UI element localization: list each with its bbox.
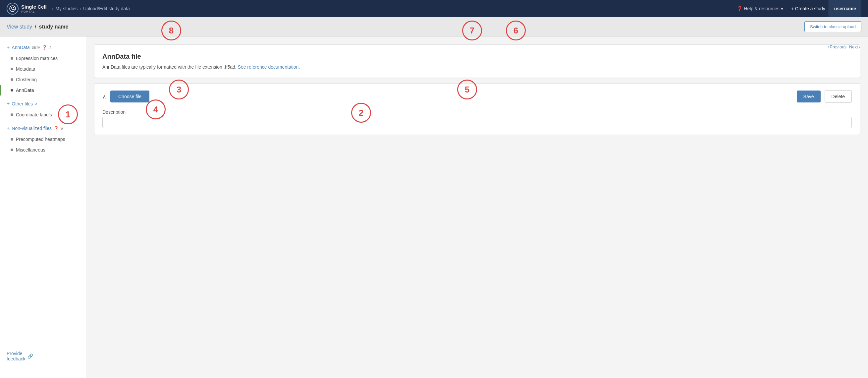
logo-title: Single Cell — [21, 4, 47, 10]
content-navigation: ‹ Previous Next › — [828, 45, 860, 50]
switch-classic-button[interactable]: Switch to classic upload — [804, 21, 861, 32]
choose-file-button[interactable]: Choose file — [110, 90, 149, 103]
nav-right: ❓ Help & resources ▾ + Create a study — [737, 6, 825, 11]
logo-subtitle: PORTAL — [21, 10, 47, 13]
next-button[interactable]: Next › — [849, 45, 860, 50]
reference-doc-link[interactable]: See reference documentation. — [238, 64, 300, 69]
logo[interactable]: Single Cell PORTAL — [7, 3, 47, 14]
description-label: Description — [102, 109, 852, 115]
provide-feedback-link[interactable]: Provide feedback 🔗 — [0, 346, 40, 367]
bullet-icon — [10, 68, 13, 70]
delete-button[interactable]: Delete — [825, 90, 852, 103]
sidebar-section-other-files[interactable]: + Other files ∧ — [0, 98, 86, 109]
anndata-info-card: AnnData file AnnData files are typically… — [94, 45, 860, 78]
bullet-icon — [10, 149, 13, 151]
sidebar-item-label: Miscellaneous — [16, 147, 45, 152]
svg-point-3 — [12, 9, 13, 10]
svg-point-4 — [13, 9, 14, 10]
username-display[interactable]: username — [829, 0, 861, 17]
bullet-icon — [10, 57, 13, 60]
study-name-label: study name — [39, 24, 69, 30]
sidebar-section-anndata[interactable]: + AnnData BETA ❓ ∧ — [0, 42, 86, 53]
feedback-label: Provide feedback — [7, 351, 26, 361]
breadcrumb: › My studies › Upload/Edit study data — [52, 6, 737, 11]
file-upload-section: ∧ Choose file Save Delete Description — [94, 83, 860, 135]
bullet-icon — [10, 113, 13, 116]
sidebar-item-label: AnnData — [16, 88, 34, 93]
sidebar-item-label: Precomputed heatmaps — [16, 137, 65, 142]
sidebar-item-precomputed-heatmaps[interactable]: Precomputed heatmaps — [0, 134, 86, 145]
content-area: ‹ Previous Next › AnnData file AnnData f… — [86, 36, 868, 378]
anndata-section-label: AnnData — [11, 45, 30, 50]
bullet-icon — [10, 138, 13, 141]
sidebar-item-metadata[interactable]: Metadata — [0, 64, 86, 74]
save-button[interactable]: Save — [797, 90, 820, 103]
link-icon: 🔗 — [28, 353, 33, 359]
help-icon: ❓ — [737, 6, 742, 11]
previous-button[interactable]: ‹ Previous — [828, 45, 846, 50]
sidebar-item-label: Metadata — [16, 66, 35, 71]
sidebar-item-miscellaneous[interactable]: Miscellaneous — [0, 145, 86, 155]
other-files-label: Other files — [11, 101, 33, 107]
card-title: AnnData file — [102, 53, 852, 60]
help-resources-button[interactable]: ❓ Help & resources ▾ — [737, 6, 783, 11]
svg-point-2 — [13, 7, 14, 8]
svg-point-0 — [10, 6, 16, 11]
sidebar-item-label: Clustering — [16, 77, 37, 82]
bullet-icon — [10, 78, 13, 81]
description-field-row: Description — [102, 109, 852, 128]
chevron-down-icon: ▾ — [781, 6, 783, 11]
sidebar-item-coordinate-labels[interactable]: Coordinate labels — [0, 109, 86, 120]
chevron-up-icon: ∧ — [35, 101, 38, 106]
plus-icon: + — [7, 45, 10, 50]
chevron-up-icon: ∧ — [61, 126, 64, 130]
main-layout: + AnnData BETA ❓ ∧ Expression matrices M… — [0, 36, 868, 378]
help-circle-icon: ❓ — [42, 45, 47, 50]
breadcrumb-study: View study / study name — [7, 24, 68, 30]
sidebar: + AnnData BETA ❓ ∧ Expression matrices M… — [0, 36, 86, 378]
plus-icon: + — [7, 101, 10, 107]
chevron-left-icon: ‹ — [828, 45, 829, 50]
beta-badge: BETA — [32, 46, 40, 50]
chevron-right-icon: › — [859, 45, 860, 50]
sidebar-item-expression-matrices[interactable]: Expression matrices — [0, 53, 86, 64]
logo-text-block: Single Cell PORTAL — [21, 4, 47, 13]
view-study-link[interactable]: View study — [7, 24, 32, 30]
logo-icon — [7, 3, 19, 14]
bullet-icon — [10, 89, 13, 91]
sidebar-item-clustering[interactable]: Clustering — [0, 74, 86, 85]
breadcrumb-my-studies[interactable]: My studies — [55, 6, 78, 11]
sub-header: View study / study name Switch to classi… — [0, 17, 868, 36]
file-upload-row: ∧ Choose file Save Delete — [102, 90, 852, 103]
breadcrumb-sep: / — [35, 24, 36, 30]
sidebar-item-anndata[interactable]: AnnData — [0, 85, 86, 95]
non-viz-label: Non-visualized files — [11, 126, 52, 131]
svg-point-1 — [10, 7, 12, 9]
card-description: AnnData files are typically formatted wi… — [102, 64, 852, 69]
help-circle-icon: ❓ — [54, 126, 59, 130]
sidebar-item-label: Coordinate labels — [16, 112, 52, 117]
top-navigation: Single Cell PORTAL › My studies › Upload… — [0, 0, 868, 17]
plus-icon: + — [7, 125, 10, 131]
sidebar-section-non-viz[interactable]: + Non-visualized files ❓ ∧ — [0, 123, 86, 134]
breadcrumb-upload[interactable]: Upload/Edit study data — [83, 6, 130, 11]
create-study-button[interactable]: + Create a study — [791, 6, 825, 11]
chevron-up-icon: ∧ — [49, 45, 52, 50]
description-input[interactable] — [102, 117, 852, 128]
sidebar-item-label: Expression matrices — [16, 56, 58, 61]
collapse-icon[interactable]: ∧ — [102, 93, 106, 100]
